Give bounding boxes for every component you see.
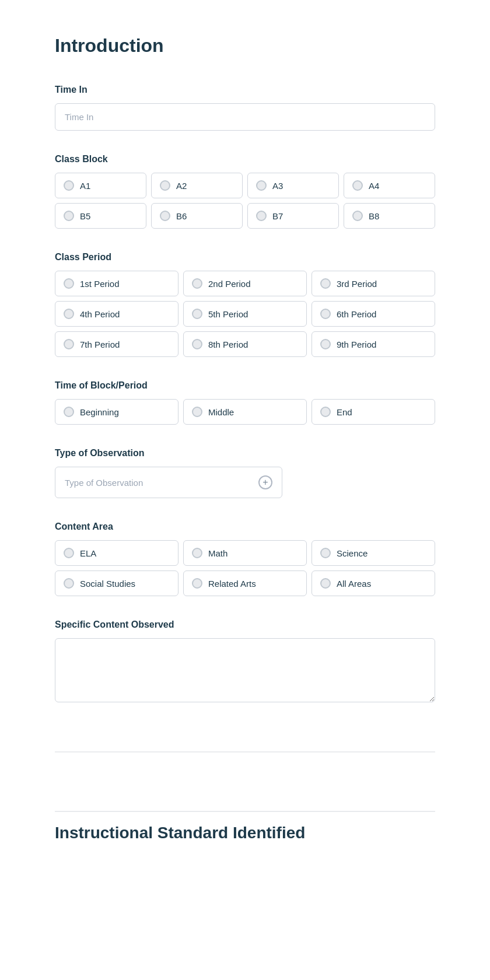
time-block-beginning[interactable]: Beginning bbox=[55, 399, 178, 425]
content-area-grid: ELA Math Science Social Studies Related … bbox=[55, 540, 435, 596]
class-period-option-5[interactable]: 5th Period bbox=[183, 301, 307, 327]
radio-circle bbox=[64, 211, 74, 221]
option-label: Science bbox=[337, 548, 368, 558]
time-in-label: Time In bbox=[55, 85, 435, 95]
option-label: 2nd Period bbox=[208, 279, 251, 289]
dropdown-placeholder: Type of Observation bbox=[65, 478, 143, 488]
option-label: 8th Period bbox=[208, 340, 248, 349]
option-label: 6th Period bbox=[337, 309, 376, 319]
option-label: 5th Period bbox=[208, 309, 248, 319]
option-label: 3rd Period bbox=[337, 279, 377, 289]
content-area-ela[interactable]: ELA bbox=[55, 540, 178, 566]
class-period-option-4[interactable]: 4th Period bbox=[55, 301, 178, 327]
radio-circle bbox=[320, 407, 331, 417]
option-label: 1st Period bbox=[80, 279, 120, 289]
radio-circle bbox=[64, 548, 74, 558]
time-of-block-label: Time of Block/Period bbox=[55, 380, 435, 391]
add-observation-icon[interactable]: + bbox=[258, 475, 272, 489]
instructional-standard-heading: Instructional Standard Identified bbox=[55, 811, 435, 842]
option-label: Related Arts bbox=[208, 579, 256, 589]
radio-circle bbox=[192, 578, 202, 589]
class-block-section: Class Block A1 A2 A3 A4 B5 bbox=[55, 154, 435, 229]
radio-circle bbox=[256, 211, 267, 221]
type-of-observation-label: Type of Observation bbox=[55, 448, 435, 459]
radio-circle bbox=[320, 309, 331, 319]
class-period-option-8[interactable]: 8th Period bbox=[183, 331, 307, 357]
option-label: End bbox=[337, 407, 352, 417]
time-of-block-grid: Beginning Middle End bbox=[55, 399, 435, 425]
class-period-label: Class Period bbox=[55, 252, 435, 262]
option-label: B7 bbox=[272, 211, 283, 221]
time-block-end[interactable]: End bbox=[312, 399, 435, 425]
class-block-option-b8[interactable]: B8 bbox=[344, 203, 435, 229]
radio-circle bbox=[192, 278, 202, 289]
option-label: All Areas bbox=[337, 579, 371, 589]
radio-circle bbox=[320, 548, 331, 558]
radio-circle bbox=[64, 180, 74, 191]
content-area-science[interactable]: Science bbox=[312, 540, 435, 566]
option-label: 9th Period bbox=[337, 340, 376, 349]
option-label: A3 bbox=[272, 181, 283, 191]
class-block-label: Class Block bbox=[55, 154, 435, 164]
class-block-option-a1[interactable]: A1 bbox=[55, 173, 146, 198]
option-label: 7th Period bbox=[80, 340, 120, 349]
time-of-block-section: Time of Block/Period Beginning Middle En… bbox=[55, 380, 435, 425]
content-area-label: Content Area bbox=[55, 522, 435, 532]
option-label: Middle bbox=[208, 407, 234, 417]
specific-content-section: Specific Content Observed bbox=[55, 620, 435, 705]
class-block-option-a3[interactable]: A3 bbox=[247, 173, 339, 198]
radio-circle bbox=[64, 309, 74, 319]
radio-circle bbox=[352, 211, 363, 221]
type-of-observation-section: Type of Observation Type of Observation … bbox=[55, 448, 435, 498]
radio-circle bbox=[256, 180, 267, 191]
class-period-option-1[interactable]: 1st Period bbox=[55, 271, 178, 296]
type-of-observation-dropdown[interactable]: Type of Observation + bbox=[55, 467, 282, 498]
content-area-social-studies[interactable]: Social Studies bbox=[55, 570, 178, 596]
content-area-math[interactable]: Math bbox=[183, 540, 307, 566]
option-label: Social Studies bbox=[80, 579, 135, 589]
radio-circle bbox=[192, 309, 202, 319]
class-period-option-7[interactable]: 7th Period bbox=[55, 331, 178, 357]
content-area-section: Content Area ELA Math Science Social Stu… bbox=[55, 522, 435, 596]
radio-circle bbox=[64, 407, 74, 417]
radio-circle bbox=[160, 211, 170, 221]
option-label: ELA bbox=[80, 548, 96, 558]
option-label: A4 bbox=[369, 181, 379, 191]
option-label: B6 bbox=[176, 211, 187, 221]
option-label: 4th Period bbox=[80, 309, 120, 319]
class-block-option-b6[interactable]: B6 bbox=[151, 203, 243, 229]
specific-content-textarea[interactable] bbox=[55, 638, 435, 702]
radio-circle bbox=[320, 278, 331, 289]
class-block-option-b5[interactable]: B5 bbox=[55, 203, 146, 229]
class-block-option-a2[interactable]: A2 bbox=[151, 173, 243, 198]
class-period-section: Class Period 1st Period 2nd Period 3rd P… bbox=[55, 252, 435, 357]
time-in-section: Time In bbox=[55, 85, 435, 131]
content-area-all-areas[interactable]: All Areas bbox=[312, 570, 435, 596]
option-label: Math bbox=[208, 548, 228, 558]
class-period-option-2[interactable]: 2nd Period bbox=[183, 271, 307, 296]
page-title: Introduction bbox=[55, 35, 435, 57]
class-period-grid: 1st Period 2nd Period 3rd Period 4th Per… bbox=[55, 271, 435, 357]
time-block-middle[interactable]: Middle bbox=[183, 399, 307, 425]
radio-circle bbox=[64, 278, 74, 289]
class-period-option-3[interactable]: 3rd Period bbox=[312, 271, 435, 296]
radio-circle bbox=[192, 339, 202, 349]
radio-circle bbox=[320, 578, 331, 589]
radio-circle bbox=[192, 407, 202, 417]
class-block-grid: A1 A2 A3 A4 B5 B6 bbox=[55, 173, 435, 229]
option-label: A2 bbox=[176, 181, 187, 191]
radio-circle bbox=[160, 180, 170, 191]
radio-circle bbox=[192, 548, 202, 558]
option-label: Beginning bbox=[80, 407, 119, 417]
class-block-option-a4[interactable]: A4 bbox=[344, 173, 435, 198]
specific-content-label: Specific Content Observed bbox=[55, 620, 435, 630]
content-area-related-arts[interactable]: Related Arts bbox=[183, 570, 307, 596]
option-label: B5 bbox=[80, 211, 90, 221]
time-in-input[interactable] bbox=[55, 103, 435, 131]
radio-circle bbox=[64, 578, 74, 589]
radio-circle bbox=[64, 339, 74, 349]
option-label: B8 bbox=[369, 211, 379, 221]
class-period-option-6[interactable]: 6th Period bbox=[312, 301, 435, 327]
class-block-option-b7[interactable]: B7 bbox=[247, 203, 339, 229]
class-period-option-9[interactable]: 9th Period bbox=[312, 331, 435, 357]
